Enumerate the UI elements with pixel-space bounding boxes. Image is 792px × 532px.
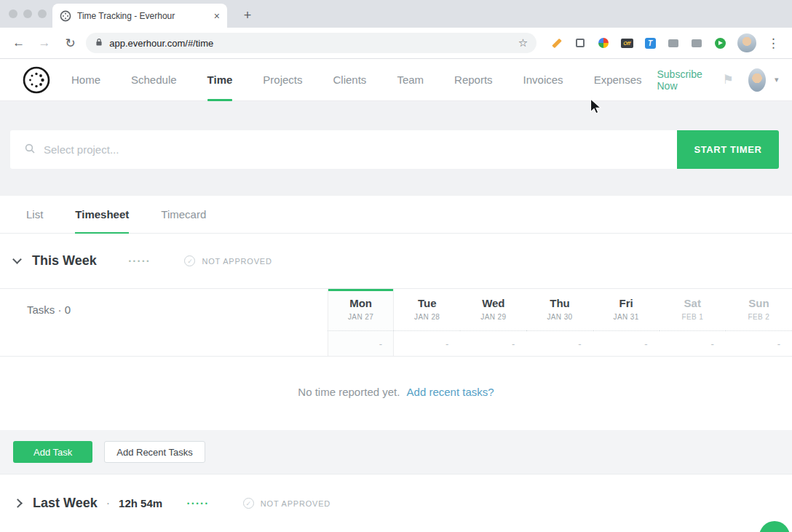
add-task-button[interactable]: Add Task bbox=[13, 441, 92, 463]
green-play-extension-icon[interactable] bbox=[710, 33, 729, 52]
this-week-footer: Add Task Add Recent Tasks bbox=[0, 430, 792, 474]
search-icon bbox=[25, 143, 35, 156]
last-week-section: Last Week · 12h 54m ••••• ✓ NOT APPROVED bbox=[0, 474, 792, 532]
last-week-approval-badge[interactable]: ✓ NOT APPROVED bbox=[243, 498, 330, 509]
window-close-button[interactable] bbox=[9, 9, 17, 18]
nav-item-expenses[interactable]: Expenses bbox=[579, 59, 657, 100]
blue-t-extension-icon[interactable]: T bbox=[641, 33, 660, 52]
check-circle-icon: ✓ bbox=[243, 498, 254, 509]
day-total-sun: - bbox=[726, 330, 792, 356]
browser-toolbar: ← → ↻ app.everhour.com/#/time ☆ Off T ⋮ bbox=[0, 28, 792, 59]
gray-extension-icon-2[interactable] bbox=[687, 33, 706, 52]
header-right: Subscribe Now ⚑ ▾ bbox=[657, 68, 779, 92]
day-header-row: Tasks · 0 Mon JAN 27 Tue JAN 28 Wed JAN … bbox=[0, 289, 792, 330]
add-recent-tasks-button[interactable]: Add Recent Tasks bbox=[104, 441, 205, 463]
empty-state: No time reported yet. Add recent tasks? bbox=[0, 357, 792, 430]
nav-item-team[interactable]: Team bbox=[381, 59, 439, 100]
last-week-total: 12h 54m bbox=[119, 497, 162, 509]
day-total-thu: - bbox=[526, 330, 593, 356]
this-week-menu-icon[interactable]: ••••• bbox=[129, 258, 151, 265]
url-text[interactable]: app.everhour.com/#/time bbox=[109, 38, 518, 49]
view-tabs: List Timesheet Timecard bbox=[0, 196, 792, 234]
start-timer-button[interactable]: START TIMER bbox=[677, 130, 779, 169]
day-column-wed[interactable]: Wed JAN 29 bbox=[460, 289, 526, 330]
tab-list[interactable]: List bbox=[26, 196, 43, 233]
browser-titlebar: Time Tracking - Everhour × + bbox=[0, 0, 792, 28]
browser-menu-icon[interactable]: ⋮ bbox=[764, 33, 783, 53]
day-totals-row: - - - - - - - bbox=[0, 330, 792, 356]
separator-dot: · bbox=[106, 497, 110, 510]
day-column-thu[interactable]: Thu JAN 30 bbox=[526, 289, 593, 330]
this-week-approval-badge[interactable]: ✓ NOT APPROVED bbox=[184, 255, 272, 266]
day-total-wed: - bbox=[460, 330, 526, 356]
subscribe-now-link[interactable]: Subscribe Now bbox=[657, 68, 708, 92]
day-column-sat[interactable]: Sat FEB 1 bbox=[660, 289, 726, 330]
tasks-spacer bbox=[0, 330, 328, 356]
select-project-input[interactable] bbox=[42, 143, 662, 156]
tab-favicon-icon bbox=[60, 10, 71, 22]
window-minimize-button[interactable] bbox=[23, 9, 32, 18]
nav-item-schedule[interactable]: Schedule bbox=[116, 59, 192, 100]
day-column-tue[interactable]: Tue JAN 28 bbox=[394, 289, 460, 330]
nav-item-invoices[interactable]: Invoices bbox=[508, 59, 579, 100]
empty-text: No time reported yet. bbox=[298, 386, 400, 398]
nav-item-reports[interactable]: Reports bbox=[439, 59, 508, 100]
off-badge-extension-icon[interactable]: Off bbox=[617, 33, 636, 52]
window-controls bbox=[9, 9, 47, 18]
address-bar[interactable]: app.everhour.com/#/time ☆ bbox=[86, 33, 536, 53]
day-column-mon[interactable]: Mon JAN 27 bbox=[328, 289, 394, 330]
this-week-title: This Week bbox=[32, 253, 97, 269]
expand-chevron-icon[interactable] bbox=[13, 499, 23, 508]
nav-item-time[interactable]: Time bbox=[192, 59, 248, 100]
browser-profile-avatar[interactable] bbox=[737, 33, 756, 52]
this-week-section: This Week ••••• ✓ NOT APPROVED Tasks · 0… bbox=[0, 234, 792, 474]
user-avatar[interactable] bbox=[748, 68, 766, 92]
app-header: Home Schedule Time Projects Clients Team… bbox=[0, 59, 792, 101]
lock-icon bbox=[95, 36, 103, 49]
reload-button[interactable]: ↻ bbox=[60, 33, 80, 53]
collapse-chevron-icon[interactable] bbox=[12, 255, 22, 264]
nav-item-projects[interactable]: Projects bbox=[248, 59, 317, 100]
forward-button[interactable]: → bbox=[34, 33, 54, 53]
everhour-logo[interactable] bbox=[22, 65, 51, 95]
mouse-cursor bbox=[590, 98, 604, 116]
tab-title: Time Tracking - Everhour bbox=[77, 11, 210, 21]
day-total-sat: - bbox=[660, 330, 726, 356]
check-circle-icon: ✓ bbox=[184, 255, 195, 266]
screenshot-extension-icon[interactable] bbox=[571, 33, 590, 52]
nav-item-home[interactable]: Home bbox=[56, 59, 116, 100]
pencil-extension-icon[interactable] bbox=[547, 33, 566, 52]
extensions-bar: Off T bbox=[545, 33, 732, 52]
tasks-count-label: Tasks · 0 bbox=[0, 289, 328, 330]
nav-item-clients[interactable]: Clients bbox=[318, 59, 382, 100]
timer-section: START TIMER bbox=[0, 101, 792, 196]
add-recent-tasks-link[interactable]: Add recent tasks? bbox=[407, 386, 494, 398]
day-column-fri[interactable]: Fri JAN 31 bbox=[593, 289, 660, 330]
tab-close-icon[interactable]: × bbox=[214, 10, 220, 22]
last-week-title: Last Week bbox=[33, 496, 98, 511]
timesheet-grid: Tasks · 0 Mon JAN 27 Tue JAN 28 Wed JAN … bbox=[0, 288, 792, 357]
color-wheel-extension-icon[interactable] bbox=[594, 33, 613, 52]
window-zoom-button[interactable] bbox=[38, 9, 47, 18]
bookmark-star-icon[interactable]: ☆ bbox=[518, 36, 528, 49]
gray-extension-icon-1[interactable] bbox=[664, 33, 683, 52]
this-week-approval-status: NOT APPROVED bbox=[202, 257, 272, 266]
project-search[interactable] bbox=[10, 130, 677, 169]
day-total-mon: - bbox=[328, 330, 394, 356]
main-nav: Home Schedule Time Projects Clients Team… bbox=[56, 59, 657, 100]
this-week-header: This Week ••••• ✓ NOT APPROVED bbox=[0, 234, 792, 288]
tab-timesheet[interactable]: Timesheet bbox=[75, 196, 129, 233]
tab-timecard[interactable]: Timecard bbox=[161, 196, 206, 233]
flag-icon[interactable]: ⚑ bbox=[723, 72, 734, 87]
chevron-down-icon[interactable]: ▾ bbox=[775, 75, 779, 84]
day-column-sun[interactable]: Sun FEB 2 bbox=[726, 289, 792, 330]
last-week-menu-icon[interactable]: ••••• bbox=[187, 500, 210, 507]
new-tab-button[interactable]: + bbox=[239, 7, 256, 24]
browser-tab[interactable]: Time Tracking - Everhour × bbox=[52, 4, 227, 28]
last-week-approval-status: NOT APPROVED bbox=[261, 499, 330, 508]
day-total-tue: - bbox=[394, 330, 460, 356]
back-button[interactable]: ← bbox=[9, 33, 28, 53]
day-total-fri: - bbox=[593, 330, 660, 356]
